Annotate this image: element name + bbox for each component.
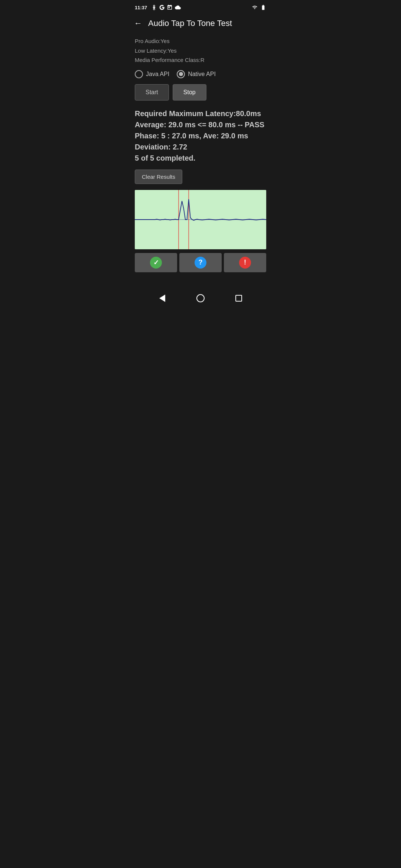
media-perf-info: Media Performance Class:R <box>135 55 266 65</box>
nav-home-button[interactable] <box>193 291 208 306</box>
question-button[interactable]: ? <box>179 253 222 272</box>
fan-icon <box>151 4 157 10</box>
status-icons-right <box>251 4 266 10</box>
result-line-4: Deviation: 2.72 <box>135 141 266 152</box>
status-time: 11:37 <box>135 5 147 10</box>
back-button[interactable]: ← <box>134 19 142 28</box>
recent-square-icon <box>235 295 242 302</box>
low-latency-info: Low Latency:Yes <box>135 46 266 56</box>
result-line-1: Required Maximum Latency:80.0ms <box>135 108 266 119</box>
pro-audio-info: Pro Audio:Yes <box>135 36 266 46</box>
device-info: Pro Audio:Yes Low Latency:Yes Media Perf… <box>135 36 266 65</box>
native-api-label: Native API <box>188 71 216 78</box>
result-line-5: 5 of 5 completed. <box>135 152 266 164</box>
java-api-label: Java API <box>146 71 169 78</box>
check-icon: ✓ <box>150 257 162 269</box>
battery-icon <box>260 4 266 10</box>
question-icon: ? <box>195 257 206 269</box>
results-section: Required Maximum Latency:80.0ms Average:… <box>135 108 266 164</box>
warning-button[interactable]: ! <box>224 253 266 272</box>
native-api-radio[interactable] <box>177 70 185 78</box>
stop-button[interactable]: Stop <box>173 84 206 101</box>
waveform-svg <box>135 190 266 249</box>
back-triangle-icon <box>159 295 165 302</box>
status-bar: 11:37 <box>128 0 273 13</box>
action-buttons-row: ✓ ? ! <box>135 253 266 272</box>
control-buttons: Start Stop <box>135 84 266 101</box>
native-api-option[interactable]: Native API <box>177 70 216 78</box>
start-button[interactable]: Start <box>135 84 169 101</box>
cloud-icon <box>175 4 181 10</box>
google-icon <box>159 4 165 10</box>
api-selection-group: Java API Native API <box>135 70 266 78</box>
java-api-radio[interactable] <box>135 70 143 78</box>
waveform-display <box>135 190 266 249</box>
home-circle-icon <box>196 294 205 302</box>
nav-recent-button[interactable] <box>231 291 246 306</box>
java-api-option[interactable]: Java API <box>135 70 169 78</box>
result-line-2: Average: 29.0 ms <= 80.0 ms -- PASS <box>135 119 266 130</box>
top-bar: ← Audio Tap To Tone Test <box>128 13 273 33</box>
pass-button[interactable]: ✓ <box>135 253 177 272</box>
wifi-icon <box>251 5 258 10</box>
calendar-icon <box>167 4 173 10</box>
page-title: Audio Tap To Tone Test <box>148 19 232 28</box>
result-line-3: Phase: 5 : 27.0 ms, Ave: 29.0 ms <box>135 130 266 141</box>
warning-icon: ! <box>239 257 251 269</box>
nav-bar <box>128 286 273 313</box>
clear-results-button[interactable]: Clear Results <box>135 170 182 184</box>
main-content: Pro Audio:Yes Low Latency:Yes Media Perf… <box>128 33 273 286</box>
nav-back-button[interactable] <box>155 291 170 306</box>
